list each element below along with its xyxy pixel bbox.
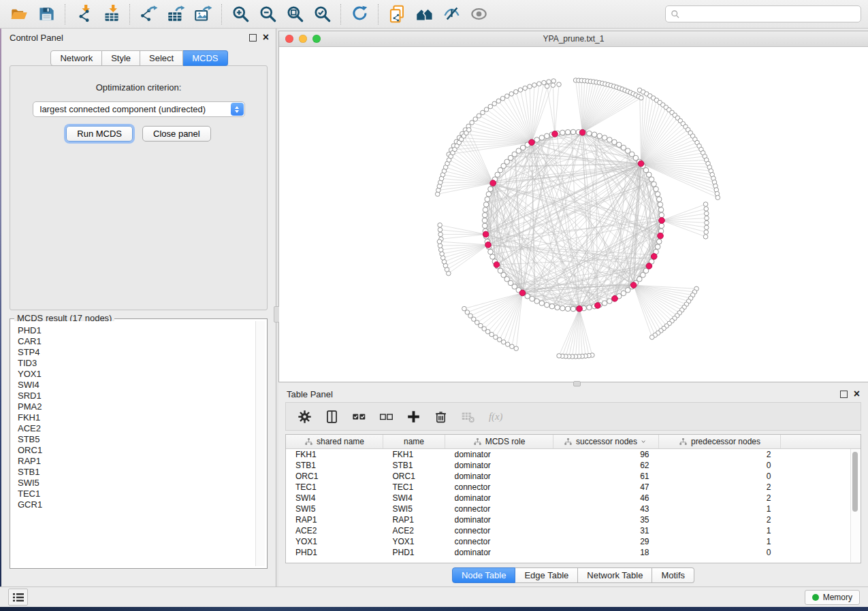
mcds-result-item[interactable]: GCR1 bbox=[18, 499, 259, 510]
open-button[interactable] bbox=[5, 3, 33, 26]
table-row[interactable]: RAP1RAP1dominator352 bbox=[286, 514, 861, 525]
mcds-result-item[interactable]: STB5 bbox=[18, 434, 259, 445]
mcds-result-item[interactable]: ACE2 bbox=[18, 423, 259, 434]
cell-successor-nodes: 43 bbox=[553, 503, 659, 514]
horizontal-splitter[interactable] bbox=[278, 382, 868, 386]
zoom-selected-button[interactable] bbox=[308, 3, 336, 26]
export-network-button[interactable] bbox=[135, 3, 162, 26]
table-row[interactable]: SWI5SWI5connector431 bbox=[286, 503, 861, 514]
deselect-all-button[interactable] bbox=[376, 406, 396, 427]
column-header-successor-nodes[interactable]: successor nodes bbox=[553, 435, 659, 449]
mcds-result-item[interactable]: YOX1 bbox=[18, 369, 259, 380]
network-canvas[interactable] bbox=[279, 47, 868, 382]
close-panel-icon[interactable]: × bbox=[263, 34, 269, 41]
import-table-button[interactable] bbox=[97, 3, 125, 26]
cell-successor-nodes: 18 bbox=[553, 547, 659, 558]
optimization-criterion-select[interactable]: largest connected component (undirected) bbox=[33, 101, 245, 117]
column-header-shared-name[interactable]: shared name bbox=[286, 435, 383, 449]
memory-status-icon bbox=[812, 594, 819, 601]
cell-MCDS-role: dominator bbox=[445, 471, 553, 482]
network-window-titlebar[interactable]: YPA_prune.txt_1 bbox=[279, 31, 868, 47]
refresh-button[interactable] bbox=[346, 3, 373, 26]
minimize-window-icon[interactable] bbox=[299, 35, 307, 43]
show-all-button[interactable] bbox=[465, 3, 492, 26]
table-row[interactable]: STB1STB1dominator620 bbox=[286, 460, 861, 471]
mcds-result-item[interactable]: PHD1 bbox=[18, 325, 259, 336]
table-row[interactable]: ORC1ORC1dominator610 bbox=[286, 471, 861, 482]
table-row[interactable]: ACE2ACE2connector311 bbox=[286, 525, 861, 536]
mcds-result-item[interactable]: STP4 bbox=[18, 347, 259, 358]
tab-node-table[interactable]: Node Table bbox=[452, 567, 516, 583]
mcds-result-item[interactable]: FKH1 bbox=[18, 412, 259, 423]
table-row[interactable]: PHD1PHD1dominator180 bbox=[286, 547, 861, 558]
tab-network[interactable]: Network bbox=[50, 50, 102, 66]
mcds-result-item[interactable]: SWI4 bbox=[18, 380, 259, 391]
mcds-result-item[interactable]: RAP1 bbox=[18, 456, 259, 467]
window-traffic-lights bbox=[285, 35, 321, 43]
open-icon bbox=[10, 5, 29, 23]
export-image-button[interactable] bbox=[189, 3, 216, 26]
close-window-icon[interactable] bbox=[285, 35, 293, 43]
show-columns-button[interactable] bbox=[321, 406, 342, 427]
zoom-fit-button[interactable] bbox=[281, 3, 308, 26]
table-scrollbar-thumb[interactable] bbox=[852, 452, 858, 512]
mcds-result-item[interactable]: ORC1 bbox=[18, 445, 259, 456]
tab-mcds[interactable]: MCDS bbox=[183, 50, 227, 66]
desktop-wallpaper-edge bbox=[0, 607, 868, 611]
hide-selected-button[interactable] bbox=[438, 3, 465, 26]
search-field[interactable] bbox=[665, 5, 861, 22]
search-input[interactable] bbox=[684, 9, 856, 20]
function-builder-icon: f(x) bbox=[488, 410, 502, 424]
mcds-result-item[interactable]: PMA2 bbox=[18, 401, 259, 412]
vertical-splitter[interactable] bbox=[276, 29, 278, 587]
float-panel-icon[interactable] bbox=[249, 34, 257, 42]
table-scrollbar[interactable] bbox=[850, 449, 860, 562]
delete-button[interactable] bbox=[430, 406, 451, 427]
float-panel-icon[interactable] bbox=[840, 391, 848, 398]
mcds-result-scrollbar[interactable] bbox=[255, 321, 265, 566]
run-mcds-button[interactable]: Run MCDS bbox=[66, 126, 133, 142]
show-columns-icon bbox=[325, 410, 339, 424]
mcds-result-item[interactable]: CAR1 bbox=[18, 336, 259, 347]
memory-button[interactable]: Memory bbox=[805, 590, 860, 605]
mcds-result-item[interactable]: SWI5 bbox=[18, 478, 259, 489]
first-neighbors-button[interactable] bbox=[411, 3, 438, 26]
table-row[interactable]: YOX1YOX1connector291 bbox=[286, 536, 861, 547]
share-document-button[interactable] bbox=[383, 3, 411, 26]
column-header-name[interactable]: name bbox=[383, 435, 445, 449]
zoom-window-icon[interactable] bbox=[312, 35, 321, 43]
close-panel-icon[interactable]: × bbox=[854, 391, 860, 397]
task-history-button[interactable] bbox=[8, 589, 28, 606]
mcds-result-item[interactable]: TID3 bbox=[18, 358, 259, 369]
add-button[interactable] bbox=[403, 406, 423, 427]
export-table-button[interactable] bbox=[162, 3, 189, 26]
splitter-handle[interactable] bbox=[573, 381, 581, 386]
zoom-out-button[interactable] bbox=[254, 3, 281, 26]
cell-predecessor-nodes: 1 bbox=[659, 525, 781, 536]
share-document-icon bbox=[388, 5, 406, 23]
zoom-in-icon bbox=[231, 5, 250, 23]
table-row[interactable]: SWI4SWI4dominator462 bbox=[286, 493, 861, 503]
save-button[interactable] bbox=[33, 3, 60, 26]
tab-select[interactable]: Select bbox=[140, 50, 183, 66]
mcds-result-item[interactable]: SRD1 bbox=[18, 391, 259, 401]
table-row[interactable]: FKH1FKH1dominator962 bbox=[286, 449, 861, 461]
tab-edge-table[interactable]: Edge Table bbox=[515, 567, 578, 583]
import-network-button[interactable] bbox=[70, 3, 97, 26]
column-header-MCDS-role[interactable]: MCDS role bbox=[445, 435, 553, 449]
close-panel-button[interactable]: Close panel bbox=[142, 126, 211, 142]
zoom-in-button[interactable] bbox=[227, 3, 254, 26]
table-options-button[interactable] bbox=[294, 406, 315, 427]
mcds-result-item[interactable]: TEC1 bbox=[18, 489, 259, 499]
select-all-button[interactable] bbox=[349, 406, 369, 427]
tab-motifs[interactable]: Motifs bbox=[652, 567, 694, 583]
tab-network-table[interactable]: Network Table bbox=[578, 567, 652, 583]
cell-MCDS-role: connector bbox=[445, 536, 553, 547]
tab-style[interactable]: Style bbox=[102, 50, 140, 66]
table-row[interactable]: TEC1TEC1connector472 bbox=[286, 482, 861, 493]
shared-column-icon bbox=[473, 437, 482, 446]
cell-MCDS-role: dominator bbox=[445, 449, 553, 461]
mcds-result-item[interactable]: STB1 bbox=[18, 467, 259, 478]
mcds-result-list[interactable]: PHD1CAR1STP4TID3YOX1SWI4SRD1PMA2FKH1ACE2… bbox=[12, 321, 265, 566]
column-header-predecessor-nodes[interactable]: predecessor nodes bbox=[659, 435, 781, 449]
